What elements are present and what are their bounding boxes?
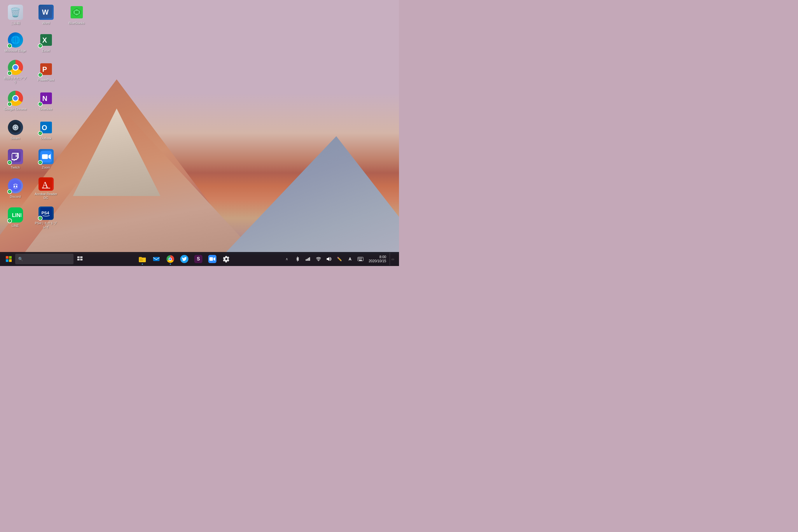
taskbar-app-twitter[interactable] [178,252,191,265]
word-icon: W [38,5,54,20]
svg-rect-32 [77,256,80,258]
svg-rect-49 [359,258,360,259]
svg-rect-42 [306,259,306,261]
acrobat-icon: A [38,177,54,191]
edge-badge: ✓ [7,43,12,48]
taskbar-clock[interactable]: 8:00 2020/10/15 [366,252,388,265]
svg-rect-50 [360,258,361,259]
ps4-badge: ✓ [38,216,43,221]
taskbar-system-tray: ∧ [282,252,397,265]
desktop-icon-line[interactable]: LINE ✓ LINE [1,204,29,230]
svg-rect-37 [139,259,142,259]
pen-icon[interactable]: ✏️ [335,252,344,265]
settings-icon [222,255,230,263]
svg-text:W: W [42,8,49,16]
chrome-taskbar-icon [166,255,174,263]
bluetooth-icon[interactable] [293,252,302,265]
zoom-badge: ✓ [38,160,43,165]
desktop-icon-excel[interactable]: X ✓ Excel [32,29,60,55]
acrobat-label: Acrobat Reader DC [34,192,58,200]
taskbar-app-zoom[interactable] [206,252,219,265]
keyboard-icon[interactable] [356,252,365,265]
svg-text:X: X [42,36,47,44]
start-button[interactable] [2,252,15,265]
svg-rect-44 [308,258,309,261]
zoom-taskbar-icon [208,255,216,263]
desktop-icon-onenote[interactable]: N ✓ OneNote [32,88,60,114]
discord-icon: ✓ [8,178,23,193]
svg-point-8 [16,186,17,187]
onenote-icon: N ✓ [38,91,54,106]
font-size-icon[interactable]: A [345,252,355,265]
svg-rect-53 [359,259,359,260]
chrome-badge: ✓ [7,102,12,107]
taskbar-app-slack[interactable]: S [192,252,205,265]
search-icon: 🔍 [18,256,23,261]
line-badge: ✓ [7,218,12,223]
desktop-icon-acrobat[interactable]: A Acrobat Reader DC [32,175,60,201]
taskbar-app-settings[interactable] [220,252,233,265]
tray-overflow-button[interactable]: ∧ [282,252,292,265]
svg-text:N: N [42,95,47,102]
chrome-icon: ✓ [8,91,23,106]
svg-rect-48 [358,258,359,259]
edge-icon: 🌐 ✓ [8,32,23,48]
discord-label: Discord [10,195,21,198]
powerpoint-label: PowerPoint [38,78,54,82]
outlook-icon: O ✓ [38,120,54,135]
wifi-icon[interactable] [314,252,323,265]
desktop-icon-word[interactable]: W Word [32,1,60,28]
outlook-label: Outlook [40,136,52,140]
clock-time: 8:00 [379,255,386,259]
desktop-icon-discord[interactable]: ✓ Discord [1,175,29,201]
bluestacks-label: BlueStacks [69,21,84,25]
discord-badge: ✓ [7,189,12,194]
taskbar-app-file-explorer[interactable] [136,252,149,265]
svg-rect-55 [360,259,361,260]
desktop-icon-outlook[interactable]: O ✓ Outlook [32,117,60,143]
mail-icon [152,255,160,263]
chrome-deleted-label: 削除されたアプリ [3,76,28,84]
outlook-badge: ✓ [38,131,43,136]
task-view-button[interactable] [74,252,86,265]
svg-rect-54 [359,259,360,260]
windows-logo-icon [6,256,12,262]
line-label: LINE [12,224,19,228]
show-desktop-button[interactable]: ▭ [390,252,396,265]
desktop-icon-twitch[interactable]: ✓ Twitch [1,146,29,172]
taskbar-app-mail[interactable] [150,252,163,265]
word-label: Word [42,21,50,25]
steam-label: Steam [11,136,20,140]
svg-rect-31 [75,11,79,14]
svg-point-2 [14,126,17,129]
svg-rect-51 [361,258,361,259]
chrome-deleted-badge: ✓ [7,71,12,76]
taskbar-search[interactable]: 🔍 [15,254,74,264]
svg-rect-5 [18,155,18,157]
zoom-label: Zoom [42,166,50,169]
svg-rect-43 [307,259,308,261]
svg-point-7 [14,186,15,187]
network-icon[interactable] [303,252,313,265]
slack-icon: S [194,255,203,263]
svg-rect-4 [16,155,17,157]
desktop-icon-powerpoint[interactable]: P ✓ PowerPoint [32,58,60,84]
desktop-icon-ps4[interactable]: PS4 ✓ PS4リモートプレイ [32,204,60,230]
svg-point-46 [318,261,319,261]
desktop-icon-chrome-deleted[interactable]: ✓ 削除されたアプリ [1,58,29,84]
desktop-icon-edge[interactable]: 🌐 ✓ Microsoft Edge [1,29,29,55]
volume-icon[interactable] [324,252,334,265]
desktop-icon-steam[interactable]: Steam [1,117,29,143]
chrome-deleted-icon: ✓ [8,60,23,75]
clock-date: 2020/10/15 [369,259,386,263]
recycle-bin-icon: 🗑️ [8,5,23,20]
desktop-icon-recycle[interactable]: 🗑️ ごみ箱 [1,1,29,28]
svg-rect-56 [361,259,362,260]
chrome-underline [170,264,171,265]
svg-rect-52 [362,258,362,259]
svg-rect-35 [80,259,82,261]
desktop-icon-chrome[interactable]: ✓ Google Chrome [1,88,29,114]
desktop-icon-bluestacks[interactable]: BlueStacks [63,1,90,28]
desktop-icon-zoom[interactable]: ✓ Zoom [32,146,60,172]
taskbar-app-chrome[interactable] [164,252,177,265]
